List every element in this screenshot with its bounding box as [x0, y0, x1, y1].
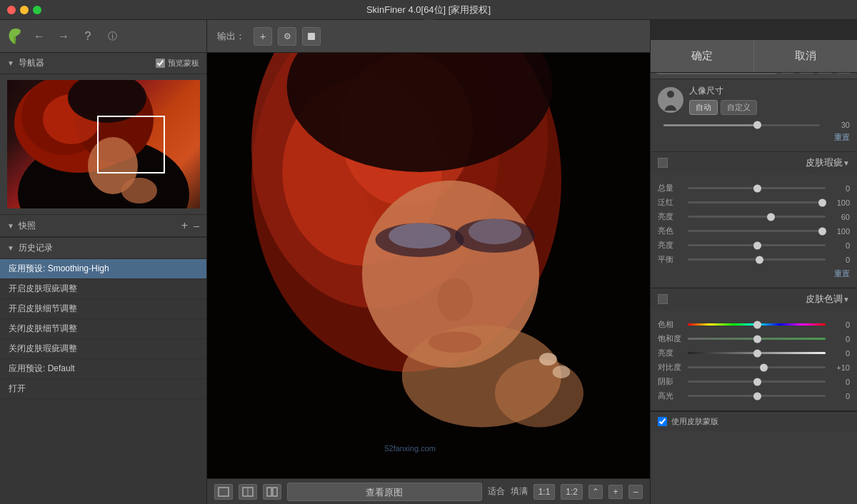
right-panel: 应用预设 ▼ + ⚙ ↺ 人像尺寸 自动 自定义	[650, 53, 857, 504]
blemish-total-track[interactable]	[688, 187, 826, 189]
color-hue-thumb[interactable]	[753, 321, 761, 328]
blemish-bright2-thumb[interactable]	[753, 241, 761, 249]
color-arrow: ▼	[843, 296, 850, 303]
fill-label[interactable]: 填满	[511, 485, 528, 498]
navigator-preview	[7, 80, 200, 208]
maximize-button[interactable]	[33, 6, 41, 14]
color-bright-thumb[interactable]	[753, 349, 761, 357]
zoom-stepper[interactable]: ⌃	[588, 485, 603, 499]
color-sat-thumb[interactable]	[753, 335, 761, 343]
blemish-red-thumb[interactable]	[818, 198, 826, 206]
color-highlight-track[interactable]	[688, 395, 826, 397]
cancel-button[interactable]: 取消	[754, 40, 857, 72]
color-shadow-track[interactable]	[688, 380, 826, 383]
list-item[interactable]: 应用预设: Smoothing-High	[0, 259, 206, 279]
skin-mask-checkbox-row: 使用皮肤蒙版	[651, 411, 857, 431]
back-button[interactable]: ←	[31, 29, 47, 44]
color-contrast-row: 对比度 +10	[658, 362, 850, 373]
list-item[interactable]: 关闭皮肤细节调整	[0, 319, 206, 339]
traffic-lights	[7, 6, 41, 14]
color-contrast-thumb[interactable]	[760, 363, 768, 371]
portrait-size-slider-row: 30	[658, 121, 850, 129]
blemish-bright2-track[interactable]	[688, 244, 826, 246]
snapshot-header[interactable]: ▼ 快照 + –	[0, 214, 206, 237]
title-bar: SkinFiner 4.0[64位] [家用授权]	[0, 0, 857, 20]
color-highlight-thumb[interactable]	[753, 392, 761, 400]
blemish-total-value: 0	[828, 184, 850, 193]
svg-rect-31	[267, 488, 271, 496]
list-item[interactable]: 开启皮肤瑕疵调整	[0, 279, 206, 299]
blemish-bright-track[interactable]	[688, 216, 826, 218]
forward-button[interactable]: →	[56, 29, 71, 44]
svg-point-33	[667, 91, 674, 98]
color-header[interactable]: 皮肤色调 ▼	[651, 288, 857, 310]
zoom-minus-button[interactable]: –	[628, 485, 643, 499]
blemish-content: 总量 0 泛红 100 亮度	[651, 173, 857, 288]
blemish-checkbox[interactable]	[658, 158, 668, 168]
info-button[interactable]: ⓘ	[104, 29, 120, 44]
confirm-button[interactable]: 确定	[651, 40, 754, 72]
minimize-button[interactable]	[20, 6, 29, 14]
color-sat-label: 饱和度	[658, 333, 685, 344]
navigator-image	[7, 80, 200, 208]
list-item[interactable]: 关闭皮肤瑕疵调整	[0, 339, 206, 359]
skin-mask-checkbox[interactable]	[658, 417, 667, 426]
color-contrast-label: 对比度	[658, 362, 685, 373]
portrait-reset-button[interactable]: 重置	[658, 132, 850, 143]
color-highlight-row: 高光 0	[658, 390, 850, 401]
list-item[interactable]: 开启皮肤细节调整	[0, 299, 206, 319]
output-settings-button[interactable]: ⚙	[278, 27, 296, 46]
blemish-lightcolor-thumb[interactable]	[818, 227, 826, 235]
navigator-header[interactable]: ▼ 导航器 预览蒙板	[0, 53, 206, 74]
fit-label[interactable]: 适合	[488, 485, 505, 498]
zoom-1to2-button[interactable]: 1:2	[561, 484, 583, 500]
snapshot-title: 快照	[19, 220, 181, 232]
output-add-button[interactable]: +	[254, 27, 272, 46]
color-sat-track[interactable]	[688, 338, 826, 340]
color-checkbox[interactable]	[658, 294, 668, 304]
zoom-1to1-button[interactable]: 1:1	[533, 484, 556, 500]
history-header[interactable]: ▼ 历史记录	[0, 237, 206, 259]
zoom-plus-button[interactable]: +	[608, 485, 623, 499]
output-record-button[interactable]	[302, 27, 321, 46]
color-contrast-track[interactable]	[688, 366, 826, 368]
color-hue-track[interactable]	[688, 323, 826, 326]
color-contrast-value: +10	[828, 363, 850, 372]
navigator-selection-box[interactable]	[97, 116, 165, 173]
close-button[interactable]	[7, 6, 16, 14]
snapshot-add-button[interactable]: +	[181, 219, 188, 232]
list-item[interactable]: 应用预设: Default	[0, 359, 206, 379]
blemish-reset-button[interactable]: 重置	[658, 268, 850, 279]
preview-checkbox-label[interactable]: 预览蒙板	[156, 58, 199, 69]
portrait-size-track[interactable]	[663, 124, 820, 126]
blemish-lightcolor-track[interactable]	[688, 230, 826, 232]
blemish-balance-track[interactable]	[688, 258, 826, 261]
color-sat-value: 0	[828, 335, 850, 343]
list-item[interactable]: 打开	[0, 379, 206, 399]
blemish-bright-row: 亮度 60	[658, 211, 850, 222]
blemish-balance-thumb[interactable]	[756, 256, 763, 263]
portrait-size-value: 30	[830, 121, 850, 129]
color-shadow-thumb[interactable]	[753, 378, 761, 385]
blemish-bright-thumb[interactable]	[767, 213, 775, 221]
help-button[interactable]: ?	[80, 29, 96, 44]
portrait-auto-button[interactable]: 自动	[689, 100, 718, 115]
color-section: 皮肤色调 ▼ 色相 0 饱和度 0	[651, 288, 857, 411]
color-bright-track[interactable]	[688, 352, 826, 354]
blemish-total-row: 总量 0	[658, 183, 850, 193]
portrait-row: 人像尺寸 自动 自定义	[658, 85, 850, 115]
navigator-title: 导航器	[19, 57, 156, 69]
view-original-button[interactable]: 查看原图	[287, 483, 482, 501]
snapshot-minus-button[interactable]: –	[194, 220, 199, 231]
blemish-header[interactable]: 皮肤瑕疵 ▼	[651, 152, 857, 173]
view-thirds-button[interactable]	[263, 484, 281, 500]
color-bright-label: 亮度	[658, 348, 685, 358]
view-single-button[interactable]	[214, 484, 233, 500]
blemish-red-track[interactable]	[688, 201, 826, 203]
preview-checkbox[interactable]	[156, 59, 165, 68]
portrait-custom-button[interactable]: 自定义	[721, 100, 757, 115]
blemish-total-thumb[interactable]	[753, 184, 761, 192]
toolbar: ← → ? ⓘ	[0, 20, 206, 53]
app-title: SkinFiner 4.0[64位] [家用授权]	[366, 4, 491, 16]
view-split-button[interactable]	[239, 484, 257, 500]
